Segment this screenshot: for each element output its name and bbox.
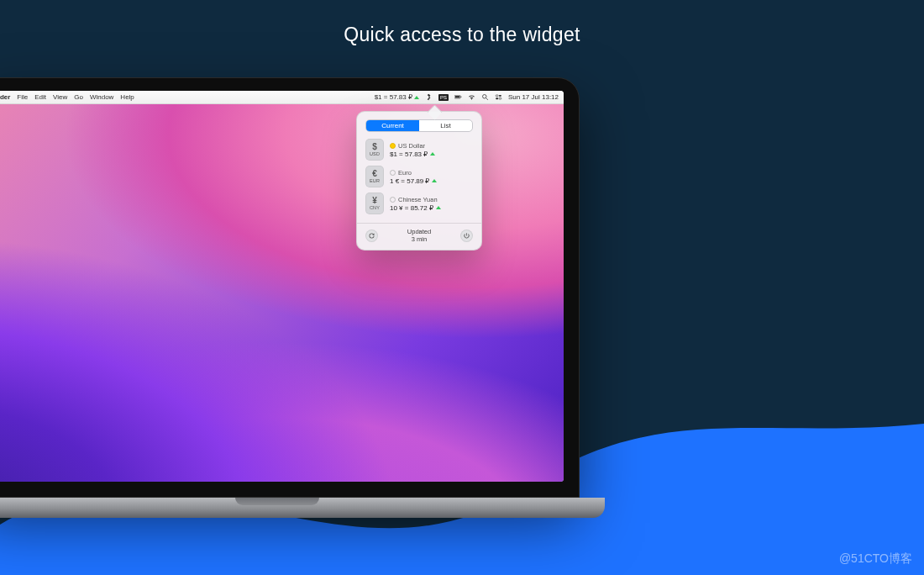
menubar-rate-text: $1 = 57.83 ₽	[375, 93, 412, 101]
currency-code: EUR	[370, 179, 380, 184]
radio-selected-icon	[390, 143, 396, 149]
currency-code: CNY	[370, 206, 380, 211]
control-center-icon[interactable]	[495, 93, 502, 101]
currency-popover: Current List $ USD US Dollar $1 = 57.83 …	[356, 111, 482, 251]
svg-point-3	[482, 95, 486, 99]
menubar-app-badge[interactable]: PS	[438, 94, 449, 101]
svg-rect-8	[499, 98, 501, 99]
trend-up-icon	[414, 96, 419, 99]
currency-symbol: €	[372, 170, 377, 178]
svg-line-4	[486, 98, 488, 100]
currency-badge: $ USD	[365, 139, 384, 161]
battery-icon[interactable]	[454, 93, 462, 101]
menubar-item-file[interactable]: File	[17, 93, 28, 101]
radio-unselected-icon	[390, 197, 396, 203]
tab-current[interactable]: Current	[366, 120, 419, 131]
currency-value: 10 ¥ = 85.72 ₽	[390, 204, 433, 212]
currency-symbol: $	[372, 143, 377, 151]
power-button[interactable]	[460, 229, 473, 242]
radio-unselected-icon	[390, 170, 396, 176]
laptop-notch	[235, 498, 319, 505]
updated-label-block: Updated 3 min	[407, 229, 431, 243]
macos-menubar: nder File Edit View Go Window Help $1 = …	[0, 91, 564, 104]
search-icon[interactable]	[481, 93, 489, 101]
currency-value: 1 € = 57.89 ₽	[390, 177, 429, 185]
svg-rect-1	[455, 96, 460, 98]
currency-row-usd[interactable]: $ USD US Dollar $1 = 57.83 ₽	[365, 139, 473, 161]
refresh-icon	[368, 232, 375, 240]
currency-badge: € EUR	[365, 166, 384, 187]
refresh-button[interactable]	[365, 229, 378, 242]
svg-rect-2	[460, 97, 461, 98]
laptop-mockup: nder File Edit View Go Window Help $1 = …	[0, 77, 580, 518]
laptop-screen: nder File Edit View Go Window Help $1 = …	[0, 91, 564, 482]
currency-row-cny[interactable]: ¥ CNY Chinese Yuan 10 ¥ = 85.72 ₽	[365, 193, 473, 214]
menubar-item-view[interactable]: View	[53, 93, 67, 101]
currency-name: Euro	[398, 169, 412, 177]
wifi-icon[interactable]	[468, 93, 475, 101]
svg-rect-7	[496, 98, 498, 99]
menubar-item-window[interactable]: Window	[90, 93, 113, 101]
power-icon	[463, 232, 470, 240]
menubar-app-name[interactable]: nder	[0, 93, 10, 101]
currency-symbol: ¥	[372, 197, 377, 205]
currency-badge: ¥ CNY	[365, 193, 384, 214]
currency-row-eur[interactable]: € EUR Euro 1 € = 57.89 ₽	[365, 166, 473, 187]
laptop-base	[0, 498, 605, 518]
currency-name: US Dollar	[398, 142, 425, 150]
menubar-item-edit[interactable]: Edit	[34, 93, 46, 101]
updated-value: 3 min	[407, 236, 431, 244]
menubar-clock[interactable]: Sun 17 Jul 13:12	[508, 93, 559, 101]
currency-name: Chinese Yuan	[398, 196, 438, 203]
svg-rect-5	[496, 95, 498, 97]
svg-rect-6	[499, 95, 501, 97]
bluetooth-icon[interactable]	[425, 93, 433, 101]
page-headline: Quick access to the widget	[0, 0, 924, 46]
menubar-item-go[interactable]: Go	[74, 93, 83, 101]
trend-up-icon	[432, 179, 437, 182]
popover-tabs: Current List	[365, 119, 473, 132]
trend-up-icon	[430, 152, 435, 156]
currency-value: $1 = 57.83 ₽	[390, 150, 428, 158]
trend-up-icon	[436, 206, 441, 209]
watermark: @51CTO博客	[839, 551, 912, 567]
currency-code: USD	[370, 152, 380, 157]
tab-list[interactable]: List	[419, 120, 472, 131]
menubar-currency-rate[interactable]: $1 = 57.83 ₽	[375, 93, 419, 101]
menubar-item-help[interactable]: Help	[120, 93, 134, 101]
